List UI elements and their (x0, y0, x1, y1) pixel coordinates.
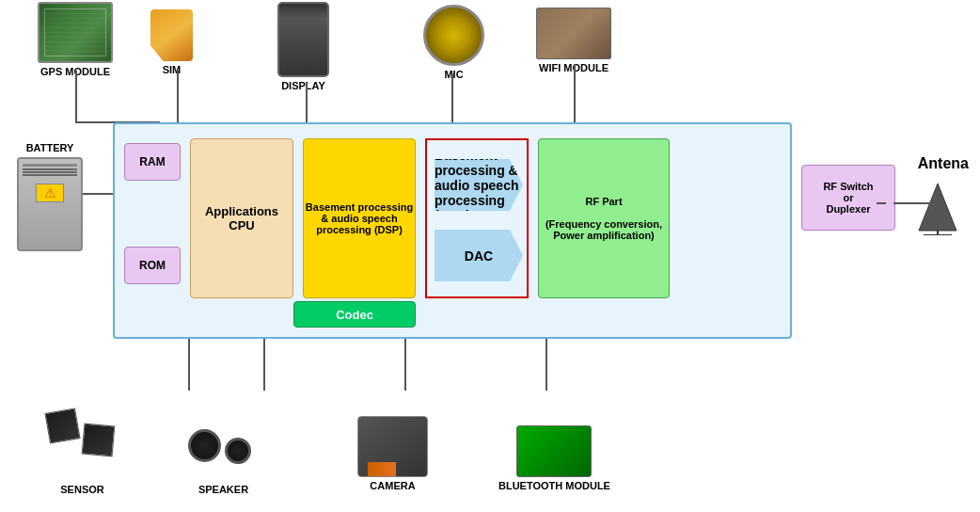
camera-connector (404, 339, 406, 391)
antenna-icon (914, 179, 961, 239)
camera-component: CAMERA (357, 416, 428, 491)
rfswitch-antena-connector (893, 202, 931, 204)
wifi-connector (574, 64, 576, 122)
rf-part-text: RF Part (Frequency conversion, Power amp… (539, 196, 669, 241)
camera-image (357, 416, 428, 477)
bluetooth-image (516, 425, 592, 477)
speaker-component: SPEAKER (188, 410, 259, 495)
display-connector (306, 83, 308, 122)
sensor-chip2 (82, 424, 116, 457)
main-board: RAM ROM Applications CPU Basement proces… (113, 122, 792, 339)
gps-module-component: GPS MODULE (38, 2, 113, 77)
svg-marker-0 (919, 184, 956, 231)
dsp-text: Basement processing & audio speech proce… (304, 201, 415, 235)
bluetooth-label: BLUETOOTH MODULE (498, 480, 610, 491)
sensor-label: SENSOR (60, 484, 103, 495)
sim-image (150, 9, 193, 61)
mic-image (423, 5, 484, 66)
dac-shape: Basement processing & audio speech proce… (435, 159, 523, 211)
rf-switch-block: RF Switch or Duplexer (801, 165, 895, 231)
speaker-circle2 (225, 438, 251, 464)
gps-connector (75, 71, 77, 122)
gps-module-image (38, 2, 113, 63)
speaker-connector (263, 339, 265, 391)
display-label: DISPLAY (281, 80, 325, 91)
speaker-image (188, 410, 259, 481)
sensor-component: SENSOR (47, 410, 118, 495)
apps-cpu-text: Applications CPU (205, 204, 278, 232)
wifi-image (536, 8, 611, 59)
rom-block: ROM (124, 247, 181, 284)
display-component: DISPLAY (277, 2, 329, 91)
battery-component: BATTERY ⚠ (17, 139, 83, 251)
speaker-circle1 (188, 429, 221, 462)
adc-shape: DAC (435, 230, 523, 281)
ram-block: RAM (124, 143, 181, 181)
sensor-chip1 (44, 408, 80, 443)
sensor-connector (188, 339, 190, 391)
antena-label: Antena (918, 155, 969, 172)
mic-connector (451, 73, 453, 122)
rf-part-block: RF Part (Frequency conversion, Power amp… (538, 138, 670, 298)
dac-adc-block: Basement processing & audio speech proce… (425, 138, 529, 298)
camera-label: CAMERA (370, 480, 415, 491)
battery-label: BATTERY (26, 142, 74, 153)
battery-connector (83, 193, 113, 195)
sim-connector (177, 71, 179, 122)
sensor-image (47, 410, 118, 481)
codec-block: Codec (293, 301, 416, 328)
dsp-block: Basement processing & audio speech proce… (303, 138, 416, 298)
bluetooth-component: BLUETOOTH MODULE (498, 425, 610, 491)
speaker-label: SPEAKER (198, 484, 248, 495)
mic-label: MIC (444, 69, 463, 80)
diagram-container: GPS MODULE SIM DISPLAY MIC WIFI MODULE B… (0, 0, 980, 512)
display-image (277, 2, 329, 77)
battery-image: ⚠ (17, 157, 83, 251)
sim-component: SIM (150, 9, 193, 75)
bt-connector (545, 339, 547, 391)
mic-component: MIC (423, 5, 484, 80)
apps-cpu-block: Applications CPU (190, 138, 293, 298)
board-rfswitch-connector (877, 202, 886, 204)
